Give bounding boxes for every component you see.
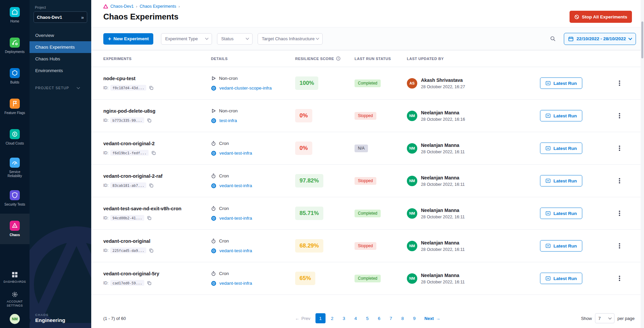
home-icon xyxy=(10,7,20,17)
experiment-name[interactable]: vedant-cron-original-2 xyxy=(103,141,211,146)
copy-id-button[interactable] xyxy=(148,248,154,253)
copy-id-button[interactable] xyxy=(146,281,152,285)
id-label: ID: xyxy=(103,151,108,155)
sidebar-item-label: Security Tests xyxy=(4,203,25,207)
prev-page-button[interactable]: ←Prev xyxy=(295,316,311,321)
page-number-button[interactable]: 2 xyxy=(327,313,337,323)
row-actions-cell xyxy=(610,111,632,120)
search-button[interactable] xyxy=(547,33,559,45)
sidebar-item-service-reliability[interactable]: Service Reliability xyxy=(0,153,30,183)
copy-id-button[interactable] xyxy=(146,216,152,220)
latest-run-button[interactable]: Latest Run xyxy=(540,110,582,121)
latest-run-icon xyxy=(545,146,551,151)
row-menu-button[interactable] xyxy=(615,274,624,283)
infrastructure-link[interactable]: vedant-cluster-scope-infra xyxy=(219,86,272,91)
experiment-name[interactable]: vedant-cron-original-2-raf xyxy=(103,173,211,179)
user-menu-avatar[interactable]: NM xyxy=(10,314,20,324)
sidebar-item-security-tests[interactable]: Security Tests xyxy=(0,183,30,214)
infrastructure-link[interactable]: test-infra xyxy=(219,118,237,123)
sidebar-item-chaos[interactable]: Chaos xyxy=(0,214,30,244)
latest-run-button[interactable]: Latest Run xyxy=(540,175,582,186)
score-cell: 97.82% xyxy=(295,174,355,187)
page-number-button[interactable]: 6 xyxy=(374,313,384,323)
brand-large-text: Engineering xyxy=(35,317,65,323)
experiment-name[interactable]: vedant-test-save-nd-exit-v8h-cron xyxy=(103,206,211,211)
page-header: Chaos-Dev1 › Chaos Experiments › Chaos E… xyxy=(91,0,644,28)
page-number-button[interactable]: 9 xyxy=(409,313,419,323)
date-range-value: 22/10/2022 - 28/10/2022 xyxy=(577,36,626,41)
sidebar-item-dashboards[interactable]: DASHBOARDS xyxy=(1,268,28,287)
menu-item-chaos-hubs[interactable]: Chaos Hubs xyxy=(30,53,91,65)
row-menu-button[interactable] xyxy=(615,176,624,185)
sidebar-item-account-settings[interactable]: ACCOUNT SETTINGS xyxy=(0,287,30,311)
latest-run-button[interactable]: Latest Run xyxy=(540,143,582,154)
filter-label: Status xyxy=(221,36,233,41)
row-menu-button[interactable] xyxy=(615,241,624,250)
breadcrumb-link[interactable]: Chaos-Dev1 xyxy=(110,4,133,9)
search-icon xyxy=(550,36,556,42)
info-icon[interactable] xyxy=(336,56,340,61)
latest-run-button[interactable]: Latest Run xyxy=(540,240,582,252)
date-range-picker[interactable]: 22/10/2022 - 28/10/2022 xyxy=(564,33,636,45)
latest-run-icon xyxy=(545,276,551,281)
project-setup-toggle[interactable]: PROJECT SETUP xyxy=(35,86,91,90)
row-menu-button[interactable] xyxy=(615,144,624,153)
latest-run-button[interactable]: Latest Run xyxy=(540,77,582,89)
page-number-button[interactable]: 1 xyxy=(315,313,325,323)
row-menu-button[interactable] xyxy=(615,209,624,218)
copy-id-button[interactable] xyxy=(151,151,156,155)
menu-item-environments[interactable]: Environments xyxy=(30,65,91,76)
page-number-button[interactable]: 7 xyxy=(386,313,396,323)
sidebar-item-feature-flags[interactable]: Feature Flags xyxy=(0,92,30,122)
menu-item-overview[interactable]: Overview xyxy=(30,30,91,41)
expand-project-icon[interactable]: » xyxy=(81,14,84,20)
experiment-name[interactable]: vedant-cron-original xyxy=(103,238,211,244)
page-number-button[interactable]: 8 xyxy=(397,313,408,323)
per-page-select[interactable]: 7 xyxy=(595,313,614,323)
menu-item-chaos-experiments[interactable]: Chaos Experiments xyxy=(30,41,91,53)
latest-run-button[interactable]: Latest Run xyxy=(540,273,582,284)
copy-id-button[interactable] xyxy=(148,183,154,188)
page-title: Chaos Experiments xyxy=(103,12,178,21)
row-menu-button[interactable] xyxy=(615,111,624,120)
sidebar-item-home[interactable]: Home xyxy=(0,0,30,31)
infrastructure-link[interactable]: vedant-test-infra xyxy=(219,248,252,253)
stop-all-label: Stop All Experiments xyxy=(582,14,627,19)
chaos-watermark xyxy=(30,214,91,328)
scrollbar-thumb[interactable] xyxy=(641,21,643,58)
copy-id-button[interactable] xyxy=(146,118,152,123)
experiment-type-filter[interactable]: Experiment Type xyxy=(161,33,212,45)
id-label: ID: xyxy=(103,183,108,188)
latest-run-button[interactable]: Latest Run xyxy=(540,208,582,219)
next-page-button[interactable]: Next→ xyxy=(424,316,440,321)
latest-run-icon xyxy=(545,243,551,249)
experiment-name[interactable]: node-cpu-test xyxy=(103,76,211,81)
updated-date: 28 October 2022, 16:11 xyxy=(421,247,465,252)
experiment-id: f0c187d4-43d... xyxy=(110,85,146,91)
new-experiment-button[interactable]: + New Experiment xyxy=(103,33,153,45)
latest-run-label: Latest Run xyxy=(553,146,577,151)
sidebar-item-builds[interactable]: Builds xyxy=(0,61,30,92)
experiment-name[interactable]: nginx-pod-delete-u8sg xyxy=(103,108,211,114)
row-menu-button[interactable] xyxy=(615,79,624,88)
sidebar-item-deployments[interactable]: Deployments xyxy=(0,31,30,61)
sidebar-item-cloud-costs[interactable]: Cloud Costs xyxy=(0,122,30,153)
experiment-name[interactable]: vedant-cron-original-5ry xyxy=(103,271,211,276)
copy-id-button[interactable] xyxy=(148,86,154,90)
infrastructure-link[interactable]: vedant-test-infra xyxy=(219,281,252,286)
latest-run-label: Latest Run xyxy=(553,243,577,249)
status-filter[interactable]: Status xyxy=(217,33,253,45)
infrastructure-link[interactable]: vedant-test-infra xyxy=(219,151,252,156)
page-number-button[interactable]: 3 xyxy=(339,313,349,323)
infrastructure-link[interactable]: vedant-test-infra xyxy=(219,183,252,188)
updated-date: 28 October 2022, 16:11 xyxy=(421,280,465,284)
page-number-button[interactable]: 4 xyxy=(351,313,361,323)
copy-icon xyxy=(151,151,156,155)
page-number-button[interactable]: 5 xyxy=(362,313,372,323)
infrastructure-link[interactable]: vedant-test-infra xyxy=(219,216,252,221)
project-selector[interactable]: Chaos-Dev1 » xyxy=(34,11,87,23)
breadcrumb-link[interactable]: Chaos Experiments xyxy=(140,4,176,9)
stop-all-experiments-button[interactable]: Stop All Experiments xyxy=(570,11,632,23)
chaos-breadcrumb-icon xyxy=(103,4,108,9)
target-infrastructure-filter[interactable]: Target Chaos Infrastructure xyxy=(258,33,323,45)
